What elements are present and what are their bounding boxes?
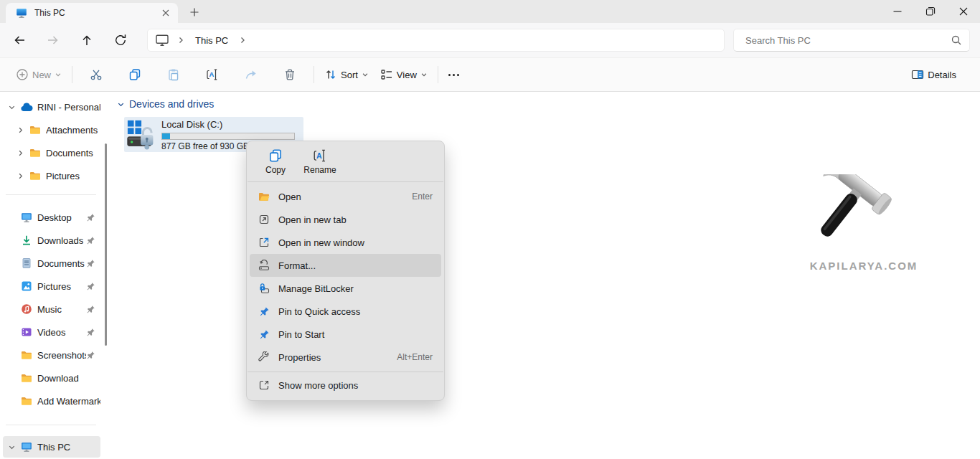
folder-icon — [29, 124, 42, 136]
menu-item-show-more-options[interactable]: Show more options — [250, 374, 441, 397]
chevron-down-icon[interactable] — [117, 100, 125, 108]
breadcrumb-chevron-icon — [238, 36, 247, 44]
menu-item-pin-to-quick-access[interactable]: Pin to Quick access — [250, 300, 441, 323]
tab-close-icon[interactable] — [159, 6, 172, 19]
quick-action-rename[interactable]: A Rename — [300, 144, 340, 179]
sidebar-scrollbar[interactable] — [105, 143, 107, 346]
chevron-down-icon — [55, 71, 62, 78]
sidebar-item-screenshots[interactable]: Screenshots — [3, 344, 100, 366]
share-button[interactable] — [232, 62, 270, 87]
menu-item-shortcut: Alt+Enter — [397, 352, 433, 362]
menu-item-open[interactable]: Open Enter — [250, 185, 441, 208]
rename-icon: A — [206, 68, 219, 81]
menu-item-properties[interactable]: Properties Alt+Enter — [250, 346, 441, 369]
details-pane-button[interactable]: Details — [905, 62, 966, 87]
pin-icon — [86, 351, 96, 360]
back-arrow-icon — [12, 33, 27, 47]
rename-button[interactable]: A — [193, 62, 232, 87]
menu-item-label: Format... — [278, 260, 433, 271]
sidebar-item-documents-onedrive[interactable]: Documents — [3, 142, 100, 164]
chevron-right-icon[interactable] — [14, 172, 26, 180]
sidebar-item-label: Music — [37, 304, 86, 315]
chevron-down-icon[interactable] — [6, 443, 17, 451]
new-tab-button[interactable] — [185, 4, 204, 20]
sidebar-item-pictures-onedrive[interactable]: Pictures — [3, 165, 100, 186]
menu-item-pin-to-start[interactable]: Pin to Start — [250, 323, 441, 346]
sidebar-item-pictures[interactable]: Pictures — [3, 275, 100, 297]
restore-button[interactable] — [914, 0, 947, 23]
menu-item-open-in-new-tab[interactable]: Open in new tab — [250, 208, 441, 231]
sidebar-item-this-pc[interactable]: This PC — [3, 436, 100, 458]
sidebar-item-desktop[interactable]: Desktop — [3, 207, 100, 228]
group-header-label: Devices and drives — [129, 98, 214, 110]
refresh-button[interactable] — [108, 28, 133, 52]
cut-icon — [90, 68, 103, 81]
quick-action-copy[interactable]: Copy — [255, 144, 296, 179]
breadcrumb-this-pc[interactable]: This PC — [192, 34, 231, 47]
search-icon[interactable] — [951, 34, 962, 46]
svg-text:A: A — [316, 151, 322, 159]
copy-button[interactable] — [116, 62, 154, 87]
sidebar-item-videos[interactable]: Videos — [3, 321, 100, 343]
folder-icon — [29, 147, 42, 158]
sidebar-item-music[interactable]: Music — [3, 298, 100, 320]
watermark: KAPILARYA.COM — [771, 174, 957, 272]
command-toolbar: New A — [0, 57, 980, 92]
pin-icon — [86, 282, 96, 291]
new-button[interactable]: New — [10, 62, 67, 87]
forward-button[interactable] — [41, 28, 65, 52]
close-icon — [957, 5, 970, 18]
pin-icon — [86, 305, 96, 314]
plus-icon — [189, 7, 199, 17]
sidebar-item-add-watermark[interactable]: Add Watermark — [3, 390, 100, 412]
sidebar-item-downloads[interactable]: Downloads — [3, 230, 100, 251]
pin-icon — [86, 259, 96, 268]
delete-button[interactable] — [270, 62, 309, 87]
sort-icon — [324, 68, 337, 81]
open-new-window-icon — [258, 237, 270, 248]
up-button[interactable] — [75, 28, 99, 52]
onedrive-cloud-icon — [20, 102, 33, 112]
menu-item-open-in-new-window[interactable]: Open in new window — [250, 231, 441, 254]
close-button[interactable] — [947, 0, 980, 23]
chevron-down-icon[interactable] — [6, 103, 17, 111]
search-input[interactable] — [744, 34, 951, 47]
details-pane-icon — [911, 68, 924, 81]
view-icon — [380, 68, 393, 81]
paste-button[interactable] — [154, 62, 193, 87]
this-pc-monitor-icon — [155, 33, 169, 47]
copy-icon — [268, 148, 283, 163]
minimize-button[interactable] — [881, 0, 914, 23]
format-drive-icon — [258, 260, 270, 271]
sidebar-item-documents[interactable]: Documents — [3, 252, 100, 274]
window-controls — [881, 0, 980, 23]
view-button[interactable]: View — [374, 62, 433, 87]
hammer-image — [816, 174, 913, 255]
chevron-down-icon — [362, 71, 369, 78]
group-header-devices-and-drives[interactable]: Devices and drives — [117, 98, 214, 110]
more-options-button[interactable] — [443, 62, 465, 87]
wrench-icon — [258, 351, 270, 363]
chevron-right-icon[interactable] — [14, 149, 26, 157]
menu-item-label: Pin to Start — [278, 329, 433, 340]
breadcrumb-chevron-icon — [176, 36, 185, 44]
sidebar-item-onedrive[interactable]: RINI - Personal — [3, 96, 100, 118]
search-box[interactable] — [733, 29, 970, 52]
menu-item-format[interactable]: Format... — [250, 254, 441, 277]
sidebar-item-attachments[interactable]: Attachments — [3, 119, 100, 141]
tab-this-pc[interactable]: This PC — [6, 3, 178, 23]
chevron-right-icon[interactable] — [14, 126, 26, 134]
back-button[interactable] — [7, 28, 32, 52]
music-icon — [20, 303, 33, 315]
sidebar-divider — [6, 194, 96, 195]
menu-item-manage-bitlocker[interactable]: Manage BitLocker — [250, 277, 441, 300]
sort-button[interactable]: Sort — [319, 62, 374, 87]
sidebar-item-download[interactable]: Download — [3, 367, 100, 389]
address-bar[interactable]: This PC — [147, 29, 725, 52]
pin-icon — [258, 306, 270, 317]
monitor-icon — [16, 7, 27, 19]
sidebar-item-label: Desktop — [37, 212, 86, 223]
sidebar-item-label: This PC — [37, 442, 100, 453]
navigation-pane: RINI - Personal Attachments Documents Pi… — [0, 92, 109, 459]
cut-button[interactable] — [77, 62, 116, 87]
